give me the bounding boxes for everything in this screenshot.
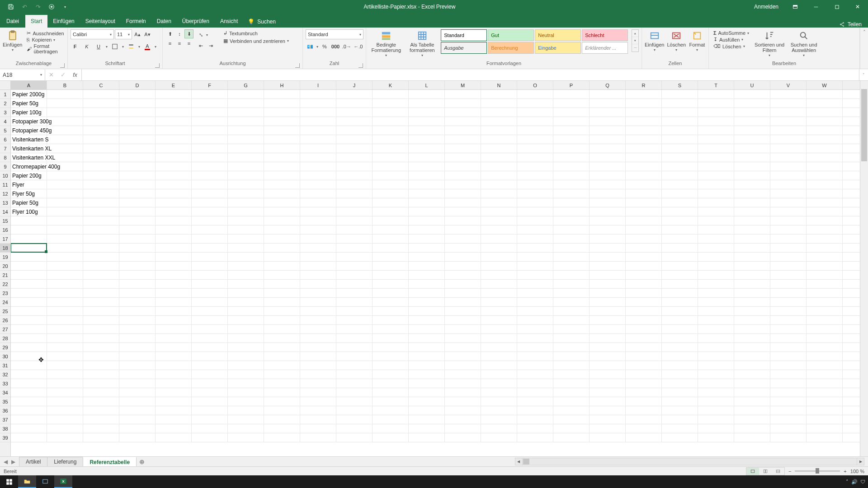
- cell[interactable]: [409, 162, 445, 171]
- cell[interactable]: [481, 225, 517, 234]
- cell[interactable]: [662, 253, 698, 261]
- cell[interactable]: [770, 180, 807, 189]
- conditional-formatting-button[interactable]: Bedingte Formatierung▾: [369, 29, 404, 58]
- cell[interactable]: [119, 144, 156, 153]
- table-row[interactable]: Fotopapier 450g: [11, 126, 860, 135]
- cell[interactable]: [517, 379, 553, 388]
- cell[interactable]: [264, 280, 300, 288]
- cell[interactable]: [662, 90, 698, 99]
- cell[interactable]: [336, 90, 373, 99]
- cell[interactable]: [770, 225, 807, 234]
- cell[interactable]: [481, 235, 517, 243]
- cell[interactable]: [445, 361, 481, 370]
- cell[interactable]: [517, 253, 553, 261]
- cell[interactable]: [11, 424, 47, 433]
- style-berechnung[interactable]: Berechnung: [488, 42, 534, 54]
- cell[interactable]: [300, 235, 336, 243]
- cell[interactable]: [156, 397, 192, 406]
- cell[interactable]: [228, 289, 264, 297]
- cell[interactable]: [264, 262, 300, 270]
- cell[interactable]: [698, 153, 734, 162]
- cell[interactable]: [517, 415, 553, 424]
- cell[interactable]: [807, 126, 843, 135]
- start-button[interactable]: [0, 475, 18, 488]
- cell[interactable]: [192, 244, 228, 252]
- column-header[interactable]: N: [481, 81, 517, 89]
- cell[interactable]: [373, 271, 409, 279]
- cell[interactable]: Chromepapier 400g: [11, 162, 47, 171]
- cell[interactable]: [156, 262, 192, 270]
- cell[interactable]: [409, 189, 445, 198]
- cell[interactable]: [83, 90, 119, 99]
- cell[interactable]: [698, 298, 734, 306]
- cell[interactable]: [807, 153, 843, 162]
- font-size-combo[interactable]: 11▾: [115, 29, 132, 39]
- cell[interactable]: [481, 370, 517, 379]
- cell[interactable]: Flyer 50g: [11, 189, 47, 198]
- tab-file[interactable]: Datei: [0, 15, 25, 28]
- cell[interactable]: [119, 325, 156, 333]
- cell[interactable]: [481, 144, 517, 153]
- cell[interactable]: [807, 171, 843, 180]
- cell[interactable]: [770, 361, 807, 370]
- cell[interactable]: [553, 189, 590, 198]
- cell[interactable]: [626, 171, 662, 180]
- cell[interactable]: [734, 406, 770, 415]
- cell[interactable]: [770, 198, 807, 207]
- cell[interactable]: [264, 144, 300, 153]
- cell[interactable]: [662, 388, 698, 397]
- cell[interactable]: [698, 334, 734, 343]
- cell[interactable]: [156, 117, 192, 126]
- cell[interactable]: [409, 361, 445, 370]
- cell[interactable]: [481, 262, 517, 270]
- format-as-table-button[interactable]: Als Tabelle formatieren▾: [406, 29, 439, 58]
- cell[interactable]: [336, 361, 373, 370]
- cell[interactable]: [807, 289, 843, 297]
- dialog-launcher-icon[interactable]: [60, 63, 65, 68]
- cell[interactable]: [192, 225, 228, 234]
- cell[interactable]: [228, 117, 264, 126]
- cell[interactable]: [192, 171, 228, 180]
- cell[interactable]: [300, 153, 336, 162]
- cell[interactable]: [336, 289, 373, 297]
- cell[interactable]: [770, 244, 807, 252]
- column-header[interactable]: E: [156, 81, 192, 89]
- cell[interactable]: [373, 334, 409, 343]
- cell[interactable]: [47, 316, 83, 324]
- cell[interactable]: [553, 433, 590, 442]
- cell[interactable]: [192, 99, 228, 108]
- cell[interactable]: [47, 433, 83, 442]
- cell[interactable]: [373, 316, 409, 324]
- cell[interactable]: [409, 244, 445, 252]
- cell[interactable]: [373, 415, 409, 424]
- cell[interactable]: [445, 180, 481, 189]
- cell[interactable]: [47, 207, 83, 216]
- cell[interactable]: [517, 198, 553, 207]
- cell[interactable]: [770, 135, 807, 144]
- cell[interactable]: [336, 307, 373, 315]
- cell[interactable]: [119, 307, 156, 315]
- cell[interactable]: [481, 307, 517, 315]
- cell[interactable]: [300, 415, 336, 424]
- cell[interactable]: [264, 198, 300, 207]
- cell[interactable]: [734, 424, 770, 433]
- cell[interactable]: [409, 271, 445, 279]
- cell[interactable]: [517, 144, 553, 153]
- cell[interactable]: [770, 379, 807, 388]
- cell[interactable]: [228, 352, 264, 361]
- cell[interactable]: [553, 126, 590, 135]
- cell[interactable]: [156, 307, 192, 315]
- cell[interactable]: [192, 262, 228, 270]
- cell[interactable]: [626, 198, 662, 207]
- cell[interactable]: [336, 180, 373, 189]
- cell[interactable]: [626, 307, 662, 315]
- row-header[interactable]: 32: [0, 370, 10, 379]
- cell[interactable]: [553, 162, 590, 171]
- vertical-scrollbar[interactable]: [860, 81, 868, 457]
- cell[interactable]: [336, 207, 373, 216]
- cell[interactable]: [192, 406, 228, 415]
- cell[interactable]: [228, 298, 264, 306]
- row-header[interactable]: 10: [0, 171, 10, 180]
- cell[interactable]: [300, 316, 336, 324]
- cell[interactable]: [553, 207, 590, 216]
